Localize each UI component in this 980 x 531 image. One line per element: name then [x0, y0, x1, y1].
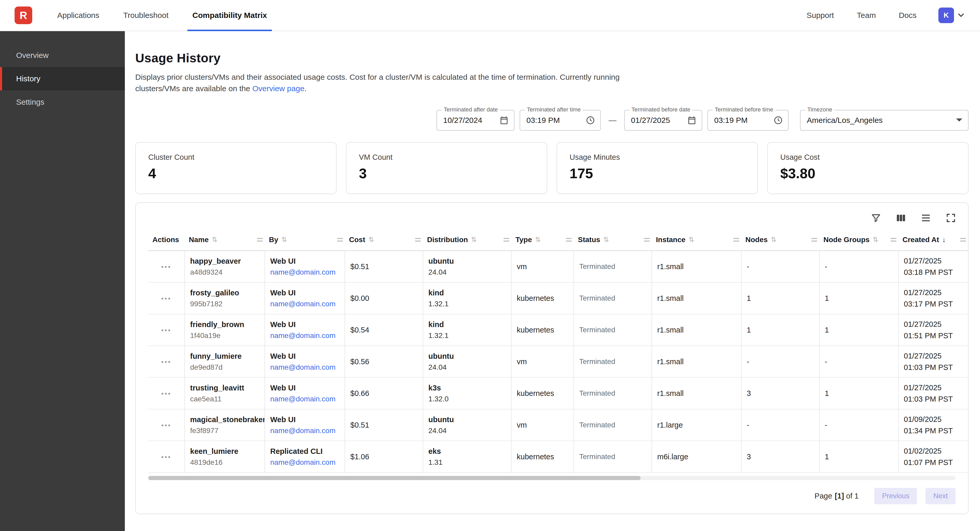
column-resize-handle[interactable]: [566, 238, 572, 242]
creator-email-link[interactable]: name@domain.com: [270, 458, 336, 466]
overview-page-link[interactable]: Overview page: [252, 84, 304, 93]
col-header-instance[interactable]: Instance⇅: [652, 229, 741, 251]
col-header-by[interactable]: By⇅: [265, 229, 345, 251]
nav-applications[interactable]: Applications: [52, 0, 105, 31]
nav-docs[interactable]: Docs: [899, 11, 916, 20]
row-actions-menu-button[interactable]: •••: [161, 453, 172, 461]
sort-icon[interactable]: ⇅: [471, 236, 477, 244]
clock-icon[interactable]: [586, 116, 595, 125]
sidebar-item-overview[interactable]: Overview: [0, 44, 125, 67]
terminated-after-time-value[interactable]: 03:19 PM: [527, 116, 582, 125]
row-actions-menu-button[interactable]: •••: [161, 390, 172, 398]
column-resize-handle[interactable]: [811, 238, 817, 242]
nav-support[interactable]: Support: [807, 11, 834, 20]
creator-email-link[interactable]: name@domain.com: [270, 395, 336, 403]
row-actions-menu-button[interactable]: •••: [161, 295, 172, 303]
avatar[interactable]: K: [939, 8, 954, 23]
col-header-distribution[interactable]: Distribution⇅: [423, 229, 511, 251]
fullscreen-icon[interactable]: [945, 212, 956, 223]
range-separator: —: [609, 116, 616, 125]
stat-card-usage-minutes: Usage Minutes 175: [557, 142, 758, 194]
column-resize-handle[interactable]: [891, 238, 896, 242]
columns-icon[interactable]: [895, 212, 907, 223]
chevron-down-icon[interactable]: [958, 13, 964, 17]
cost-cell: $0.51: [345, 409, 423, 441]
row-actions-menu-button[interactable]: •••: [161, 326, 172, 334]
column-resize-handle[interactable]: [337, 238, 343, 242]
horizontal-scrollbar[interactable]: [148, 476, 956, 480]
creator-email-link[interactable]: name@domain.com: [270, 331, 336, 339]
col-header-cost[interactable]: Cost⇅: [345, 229, 423, 251]
column-resize-handle[interactable]: [415, 238, 421, 242]
column-resize-handle[interactable]: [504, 238, 509, 242]
creator-email-link[interactable]: name@domain.com: [270, 363, 336, 371]
col-header-status[interactable]: Status⇅: [574, 229, 652, 251]
scrollbar-thumb[interactable]: [148, 476, 641, 480]
sidebar-item-history[interactable]: History: [0, 67, 125, 90]
col-header-actions: Actions: [148, 229, 185, 251]
node-groups-cell: 1: [819, 314, 898, 346]
sort-icon[interactable]: ⇅: [873, 236, 878, 244]
created-at-cell: 01/02/2025 01:07 PM PST: [898, 441, 968, 472]
sort-desc-icon[interactable]: ↓: [942, 236, 946, 244]
filter-icon[interactable]: [870, 212, 882, 223]
terminated-before-date-field[interactable]: Terminated before date 01/27/2025: [624, 110, 702, 131]
sort-icon[interactable]: ⇅: [535, 236, 541, 244]
node-groups-cell: 1: [819, 441, 898, 472]
calendar-icon[interactable]: [687, 116, 697, 125]
page-indicator: Page[1]of 1: [815, 492, 859, 500]
description-suffix: .: [304, 84, 306, 93]
terminated-after-date-value[interactable]: 10/27/2024: [443, 116, 495, 125]
terminated-after-time-field[interactable]: Terminated after time 03:19 PM: [520, 110, 601, 131]
sidebar-item-settings[interactable]: Settings: [0, 90, 125, 114]
col-header-node-groups[interactable]: Node Groups⇅: [819, 229, 898, 251]
clock-icon[interactable]: [773, 116, 783, 125]
column-resize-handle[interactable]: [644, 238, 650, 242]
nav-team[interactable]: Team: [857, 11, 876, 20]
app-logo-letter: R: [20, 10, 27, 21]
column-resize-handle[interactable]: [960, 238, 966, 242]
app-logo[interactable]: R: [14, 6, 32, 24]
row-actions-menu-button[interactable]: •••: [161, 422, 172, 429]
distribution-version: 1.31: [428, 458, 506, 467]
sort-icon[interactable]: ⇅: [689, 236, 694, 244]
col-header-nodes[interactable]: Nodes⇅: [741, 229, 819, 251]
row-actions-menu-button[interactable]: •••: [161, 263, 172, 271]
timezone-value[interactable]: America/Los_Angeles: [807, 116, 951, 125]
calendar-icon[interactable]: [500, 116, 509, 125]
creator-email-link[interactable]: name@domain.com: [270, 268, 336, 276]
sort-icon[interactable]: ⇅: [212, 236, 218, 244]
previous-button[interactable]: Previous: [874, 488, 917, 504]
nav-troubleshoot[interactable]: Troubleshoot: [118, 0, 174, 31]
density-icon[interactable]: [920, 212, 932, 223]
column-resize-handle[interactable]: [257, 238, 262, 242]
row-actions-menu-button[interactable]: •••: [161, 358, 172, 366]
creator-email-link[interactable]: name@domain.com: [270, 300, 336, 308]
col-header-created-at[interactable]: Created At↓: [898, 229, 968, 251]
terminated-after-date-field[interactable]: Terminated after date 10/27/2024: [436, 110, 514, 131]
sort-icon[interactable]: ⇅: [282, 236, 287, 244]
sort-icon[interactable]: ⇅: [771, 236, 776, 244]
caret-down-icon[interactable]: [956, 118, 963, 123]
type-cell: vm: [511, 346, 574, 377]
top-nav: R Applications Troubleshoot Compatibilit…: [0, 0, 980, 31]
next-button[interactable]: Next: [925, 488, 956, 504]
terminated-before-time-value[interactable]: 03:19 PM: [714, 116, 769, 125]
created-at-cell: 01/27/2025 01:51 PM PST: [898, 314, 968, 346]
stat-value: 4: [148, 165, 323, 181]
created-by: Web UI: [270, 288, 339, 298]
timezone-select[interactable]: Timezone America/Los_Angeles: [800, 110, 969, 131]
nav-compatibility-matrix[interactable]: Compatibility Matrix: [187, 0, 272, 31]
terminated-before-time-field[interactable]: Terminated before time 03:19 PM: [708, 110, 789, 131]
instance-cell: r1.small: [652, 346, 741, 377]
terminated-before-date-value[interactable]: 01/27/2025: [631, 116, 683, 125]
distribution-cell: kind 1.32.1: [423, 314, 511, 346]
sort-icon[interactable]: ⇅: [603, 236, 609, 244]
creator-email-link[interactable]: name@domain.com: [270, 426, 336, 434]
cost-cell: $0.51: [345, 251, 423, 282]
col-header-name[interactable]: Name⇅: [185, 229, 265, 251]
col-header-type[interactable]: Type⇅: [511, 229, 574, 251]
distribution-cell: ubuntu 24.04: [423, 346, 511, 377]
sort-icon[interactable]: ⇅: [368, 236, 374, 244]
column-resize-handle[interactable]: [733, 238, 739, 242]
